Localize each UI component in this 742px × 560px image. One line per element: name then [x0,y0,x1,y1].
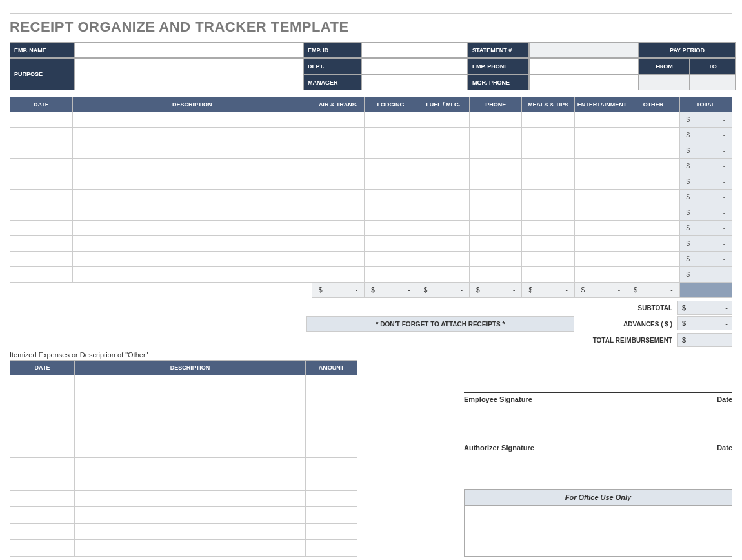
cell[interactable] [365,128,417,143]
cell[interactable] [306,375,357,392]
cell[interactable] [574,159,627,174]
cell[interactable] [365,143,417,159]
cell[interactable] [574,128,627,143]
cell[interactable] [312,143,364,159]
cell[interactable] [574,221,627,236]
cell[interactable] [10,375,75,392]
cell[interactable] [627,252,679,267]
cell[interactable] [574,236,627,252]
cell[interactable] [306,540,357,557]
cell[interactable] [10,540,75,557]
cell[interactable] [417,128,469,143]
cell[interactable] [365,252,417,267]
cell[interactable] [306,441,357,458]
cell[interactable] [417,205,469,221]
cell[interactable] [306,474,357,491]
cell[interactable] [470,252,522,267]
cell[interactable] [522,236,574,252]
cell[interactable] [417,112,469,128]
cell[interactable] [522,174,574,190]
cell[interactable] [627,112,679,128]
cell[interactable] [10,221,73,236]
input-emp-name[interactable] [74,42,303,58]
cell[interactable] [306,523,357,540]
input-dept[interactable] [361,58,468,74]
cell[interactable] [417,267,469,283]
cell[interactable] [574,252,627,267]
cell[interactable] [417,252,469,267]
cell[interactable] [10,205,73,221]
cell[interactable] [470,205,522,221]
cell[interactable] [312,267,364,283]
cell[interactable] [365,221,417,236]
input-emp-id[interactable] [361,42,468,58]
cell[interactable] [306,507,357,524]
cell[interactable] [72,128,312,143]
cell[interactable] [75,540,306,557]
cell[interactable] [306,457,357,474]
input-statement-num[interactable] [529,42,639,58]
cell[interactable] [10,190,73,205]
cell[interactable] [312,252,364,267]
cell[interactable] [627,221,679,236]
cell[interactable] [470,190,522,205]
cell[interactable] [522,159,574,174]
cell[interactable] [627,190,679,205]
cell[interactable] [417,221,469,236]
cell[interactable] [72,174,312,190]
cell[interactable] [627,143,679,159]
cell[interactable] [75,425,306,441]
cell[interactable] [522,205,574,221]
cell[interactable] [365,236,417,252]
cell[interactable] [312,236,364,252]
cell[interactable] [470,174,522,190]
cell[interactable] [470,267,522,283]
cell[interactable] [312,159,364,174]
input-from-date[interactable] [639,74,690,90]
input-to-date[interactable] [690,74,736,90]
cell[interactable] [72,143,312,159]
cell[interactable] [627,174,679,190]
cell[interactable] [10,236,73,252]
cell[interactable] [522,267,574,283]
cell[interactable] [72,190,312,205]
cell[interactable] [312,190,364,205]
cell[interactable] [522,221,574,236]
cell[interactable] [574,205,627,221]
cell[interactable] [312,174,364,190]
cell[interactable] [417,190,469,205]
cell[interactable] [627,128,679,143]
cell[interactable] [312,112,364,128]
cell[interactable] [10,457,75,474]
cell[interactable] [10,523,75,540]
cell[interactable] [522,190,574,205]
cell[interactable] [312,205,364,221]
cell[interactable] [522,128,574,143]
cell[interactable] [75,490,306,507]
cell[interactable] [75,474,306,491]
cell[interactable] [10,128,73,143]
cell[interactable] [72,205,312,221]
cell[interactable] [417,143,469,159]
cell[interactable] [470,159,522,174]
cell[interactable] [75,392,306,408]
cell[interactable] [470,128,522,143]
cell[interactable] [470,221,522,236]
cell[interactable] [72,112,312,128]
cell[interactable] [10,392,75,408]
cell[interactable] [312,221,364,236]
office-use-body[interactable] [465,506,732,556]
cell[interactable] [574,143,627,159]
cell[interactable] [417,159,469,174]
input-purpose[interactable] [74,58,303,90]
cell[interactable] [10,143,73,159]
cell[interactable] [306,425,357,441]
cell[interactable] [627,159,679,174]
cell[interactable] [72,159,312,174]
cell[interactable] [627,236,679,252]
cell[interactable] [306,490,357,507]
cell[interactable] [72,267,312,283]
cell[interactable] [10,252,73,267]
cell[interactable] [10,474,75,491]
cell[interactable] [10,441,75,458]
